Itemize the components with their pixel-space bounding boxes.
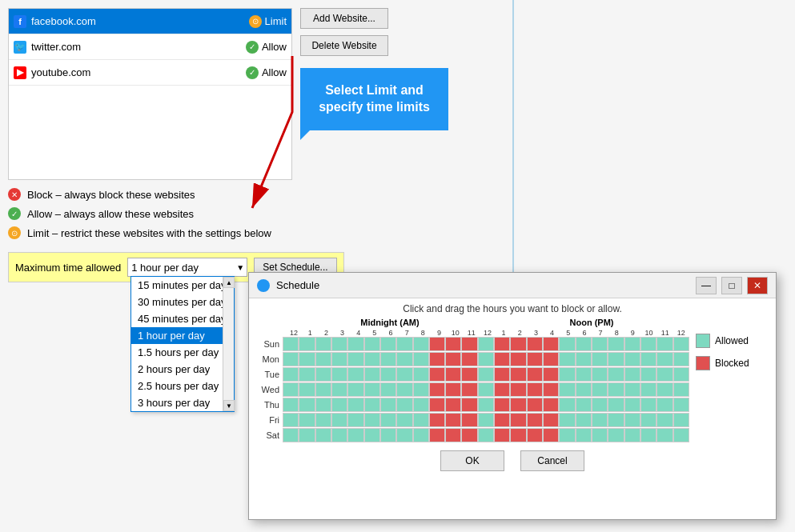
grid-cell[interactable] (380, 367, 396, 382)
grid-cell[interactable] (478, 398, 494, 412)
grid-cell[interactable] (283, 413, 299, 427)
grid-row[interactable]: Thu (257, 398, 689, 412)
grid-cell[interactable] (592, 382, 608, 397)
grid-cell[interactable] (543, 398, 559, 412)
grid-cell[interactable] (347, 428, 363, 442)
grid-cell[interactable] (576, 413, 592, 427)
time-select[interactable]: 15 minutes per day 30 minutes per day 45… (127, 258, 247, 277)
grid-cell[interactable] (510, 337, 526, 351)
grid-cell[interactable] (445, 337, 461, 351)
grid-cell[interactable] (640, 413, 656, 427)
grid-cell[interactable] (478, 367, 494, 382)
dropdown-option-6[interactable]: 2.5 hours per day (131, 378, 234, 394)
grid-cell[interactable] (429, 398, 445, 412)
grid-cell[interactable] (478, 413, 494, 427)
grid-cell[interactable] (656, 428, 673, 442)
grid-cell[interactable] (283, 398, 299, 412)
website-row-facebook[interactable]: f facebook.com ⊙ Limit (9, 9, 291, 34)
dropdown-option-3[interactable]: 1 hour per day (131, 327, 234, 344)
grid-row[interactable]: Mon (257, 352, 689, 366)
grid-cells[interactable] (283, 337, 689, 351)
maximize-button[interactable]: □ (721, 277, 742, 294)
grid-cell[interactable] (413, 413, 429, 427)
grid-cell[interactable] (510, 367, 526, 382)
grid-cell[interactable] (559, 367, 575, 382)
grid-cell[interactable] (494, 413, 510, 427)
grid-cell[interactable] (543, 337, 559, 351)
grid-cell[interactable] (543, 428, 559, 442)
grid-cell[interactable] (380, 428, 396, 442)
add-website-button[interactable]: Add Website... (300, 8, 388, 29)
grid-row[interactable]: Sun (257, 337, 689, 351)
grid-cell[interactable] (510, 382, 526, 397)
grid-cell[interactable] (396, 352, 412, 366)
grid-cell[interactable] (673, 398, 689, 412)
grid-cell[interactable] (429, 352, 445, 366)
ok-button[interactable]: OK (440, 450, 504, 471)
grid-cell[interactable] (656, 382, 673, 397)
grid-cell[interactable] (543, 382, 559, 397)
grid-cell[interactable] (364, 413, 380, 427)
grid-cell[interactable] (608, 413, 624, 427)
grid-cell[interactable] (347, 352, 363, 366)
grid-cell[interactable] (299, 337, 315, 351)
grid-cell[interactable] (445, 428, 461, 442)
grid-cell[interactable] (494, 398, 510, 412)
grid-cells[interactable] (283, 428, 689, 442)
grid-cell[interactable] (592, 413, 608, 427)
dropdown-option-7[interactable]: 3 hours per day (131, 394, 234, 411)
grid-cell[interactable] (461, 428, 477, 442)
grid-cell[interactable] (640, 428, 656, 442)
grid-cell[interactable] (396, 367, 412, 382)
grid-cell[interactable] (331, 367, 347, 382)
dropdown-option-4[interactable]: 1.5 hours per day (131, 344, 234, 361)
grid-cell[interactable] (299, 428, 315, 442)
grid-cell[interactable] (380, 352, 396, 366)
grid-cell[interactable] (429, 428, 445, 442)
grid-cell[interactable] (624, 428, 640, 442)
grid-row[interactable]: Tue (257, 367, 689, 382)
grid-cell[interactable] (331, 413, 347, 427)
grid-cell[interactable] (429, 413, 445, 427)
grid-cell[interactable] (559, 337, 575, 351)
scroll-down-button[interactable]: ▼ (223, 400, 235, 411)
grid-cell[interactable] (624, 413, 640, 427)
grid-cell[interactable] (559, 413, 575, 427)
scroll-up-button[interactable]: ▲ (223, 277, 235, 288)
grid-cell[interactable] (494, 367, 510, 382)
grid-cell[interactable] (543, 352, 559, 366)
grid-cell[interactable] (527, 337, 543, 351)
grid-cell[interactable] (283, 337, 299, 351)
grid-cell[interactable] (494, 382, 510, 397)
cancel-button[interactable]: Cancel (520, 450, 584, 471)
grid-cell[interactable] (527, 382, 543, 397)
grid-cell[interactable] (576, 337, 592, 351)
grid-cell[interactable] (576, 367, 592, 382)
grid-cell[interactable] (380, 398, 396, 412)
grid-cell[interactable] (592, 398, 608, 412)
grid-cell[interactable] (559, 428, 575, 442)
grid-cell[interactable] (445, 382, 461, 397)
grid-cell[interactable] (413, 382, 429, 397)
grid-cell[interactable] (608, 367, 624, 382)
grid-cell[interactable] (624, 337, 640, 351)
grid-cell[interactable] (283, 428, 299, 442)
grid-cell[interactable] (656, 352, 673, 366)
grid-cell[interactable] (461, 367, 477, 382)
grid-cell[interactable] (445, 398, 461, 412)
grid-cells[interactable] (283, 367, 689, 382)
grid-cell[interactable] (608, 382, 624, 397)
grid-cell[interactable] (364, 428, 380, 442)
grid-cell[interactable] (364, 367, 380, 382)
grid-cell[interactable] (347, 367, 363, 382)
grid-cell[interactable] (445, 413, 461, 427)
grid-cell[interactable] (510, 352, 526, 366)
grid-cell[interactable] (527, 428, 543, 442)
delete-website-button[interactable]: Delete Website (300, 35, 388, 56)
grid-cell[interactable] (315, 337, 331, 351)
grid-cell[interactable] (527, 352, 543, 366)
grid-cell[interactable] (478, 337, 494, 351)
grid-cell[interactable] (413, 398, 429, 412)
grid-cell[interactable] (315, 367, 331, 382)
grid-cell[interactable] (527, 398, 543, 412)
